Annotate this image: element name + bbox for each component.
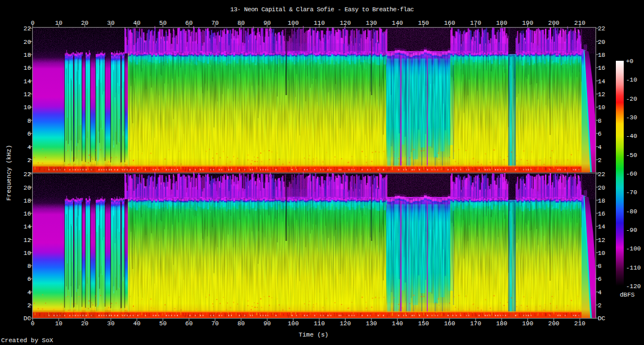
- svg-text:6: 6: [598, 276, 602, 283]
- svg-text:10: 10: [55, 320, 62, 327]
- svg-text:130: 130: [366, 320, 377, 327]
- svg-text:14: 14: [24, 78, 32, 85]
- svg-text:22: 22: [24, 171, 31, 178]
- svg-text:10: 10: [598, 104, 605, 111]
- svg-text:4: 4: [598, 289, 602, 296]
- svg-text:120: 120: [339, 320, 351, 327]
- svg-text:150: 150: [418, 20, 429, 26]
- svg-text:-100: -100: [626, 245, 641, 252]
- svg-text:20: 20: [24, 185, 31, 191]
- svg-text:-120: -120: [626, 283, 641, 290]
- svg-text:4: 4: [27, 289, 31, 296]
- svg-text:14: 14: [598, 78, 606, 85]
- svg-text:-90: -90: [626, 227, 637, 234]
- svg-text:190: 190: [522, 320, 533, 327]
- svg-text:170: 170: [470, 20, 481, 26]
- svg-text:Time (s): Time (s): [299, 331, 329, 338]
- svg-text:2: 2: [598, 157, 602, 164]
- svg-text:0: 0: [31, 20, 35, 26]
- svg-text:8: 8: [27, 118, 31, 124]
- svg-text:DC: DC: [598, 315, 606, 322]
- svg-text:20: 20: [81, 320, 88, 327]
- svg-text:16: 16: [598, 65, 605, 71]
- svg-text:200: 200: [548, 320, 560, 327]
- svg-text:-10: -10: [626, 77, 637, 83]
- svg-text:210: 210: [574, 320, 585, 327]
- svg-text:22: 22: [24, 25, 31, 32]
- svg-text:22: 22: [598, 25, 605, 32]
- svg-text:+0: +0: [626, 58, 633, 65]
- svg-text:4: 4: [27, 144, 31, 151]
- svg-text:6: 6: [27, 131, 31, 137]
- svg-text:8: 8: [598, 118, 602, 124]
- svg-text:30: 30: [107, 320, 114, 327]
- svg-text:16: 16: [24, 210, 31, 217]
- svg-text:130: 130: [366, 20, 377, 26]
- svg-text:-50: -50: [626, 152, 637, 159]
- svg-text:12: 12: [24, 237, 31, 244]
- svg-text:DC: DC: [24, 315, 32, 322]
- svg-text:30: 30: [107, 20, 114, 26]
- svg-text:13· Neon Capital & Clara Sofie: 13· Neon Capital & Clara Sofie - Easy to…: [230, 6, 414, 13]
- svg-text:60: 60: [185, 20, 193, 26]
- svg-text:18: 18: [598, 198, 605, 204]
- svg-text:100: 100: [288, 320, 299, 327]
- svg-text:180: 180: [496, 20, 507, 26]
- svg-text:20: 20: [24, 39, 31, 46]
- svg-text:dBFS: dBFS: [620, 292, 635, 298]
- svg-text:4: 4: [598, 144, 602, 151]
- svg-text:20: 20: [598, 185, 605, 191]
- svg-text:160: 160: [444, 320, 455, 327]
- svg-text:80: 80: [238, 20, 245, 26]
- svg-text:90: 90: [263, 20, 271, 26]
- svg-text:190: 190: [522, 20, 533, 26]
- svg-text:-110: -110: [626, 265, 641, 271]
- svg-text:2: 2: [598, 302, 602, 309]
- svg-text:12: 12: [598, 91, 605, 98]
- svg-text:-80: -80: [626, 208, 637, 215]
- svg-text:110: 110: [314, 320, 325, 327]
- svg-text:22: 22: [598, 171, 605, 178]
- svg-text:18: 18: [598, 52, 605, 59]
- svg-text:140: 140: [392, 320, 403, 327]
- svg-text:160: 160: [444, 20, 455, 26]
- svg-text:6: 6: [27, 276, 31, 283]
- svg-text:16: 16: [598, 210, 605, 217]
- svg-text:120: 120: [339, 20, 351, 26]
- svg-text:90: 90: [263, 320, 271, 327]
- svg-text:110: 110: [314, 20, 325, 26]
- svg-text:0: 0: [31, 320, 35, 327]
- svg-text:Frequency (kHz): Frequency (kHz): [6, 145, 12, 200]
- svg-text:18: 18: [24, 52, 31, 59]
- svg-text:-70: -70: [626, 189, 637, 196]
- svg-text:20: 20: [598, 39, 605, 46]
- svg-text:60: 60: [185, 320, 193, 327]
- svg-text:14: 14: [24, 223, 32, 230]
- svg-text:8: 8: [598, 263, 602, 270]
- svg-text:Created by SoX: Created by SoX: [1, 337, 53, 344]
- svg-text:150: 150: [418, 320, 429, 327]
- svg-text:140: 140: [392, 20, 403, 26]
- svg-text:12: 12: [598, 237, 605, 244]
- svg-text:18: 18: [24, 198, 31, 204]
- svg-text:10: 10: [55, 20, 62, 26]
- svg-text:100: 100: [288, 20, 299, 26]
- svg-text:12: 12: [24, 91, 31, 98]
- svg-text:-40: -40: [626, 133, 637, 140]
- svg-text:50: 50: [159, 320, 167, 327]
- svg-text:-20: -20: [626, 96, 637, 102]
- svg-text:20: 20: [81, 20, 88, 26]
- svg-text:-30: -30: [626, 114, 637, 121]
- svg-text:2: 2: [27, 157, 31, 164]
- svg-text:10: 10: [598, 250, 605, 257]
- svg-text:70: 70: [211, 320, 218, 327]
- svg-text:40: 40: [133, 20, 140, 26]
- svg-text:80: 80: [238, 320, 245, 327]
- svg-text:40: 40: [133, 320, 140, 327]
- svg-text:16: 16: [24, 65, 31, 71]
- svg-text:180: 180: [496, 320, 507, 327]
- svg-text:14: 14: [598, 223, 606, 230]
- svg-text:50: 50: [159, 20, 167, 26]
- svg-text:-60: -60: [626, 171, 637, 177]
- svg-text:2: 2: [27, 302, 31, 309]
